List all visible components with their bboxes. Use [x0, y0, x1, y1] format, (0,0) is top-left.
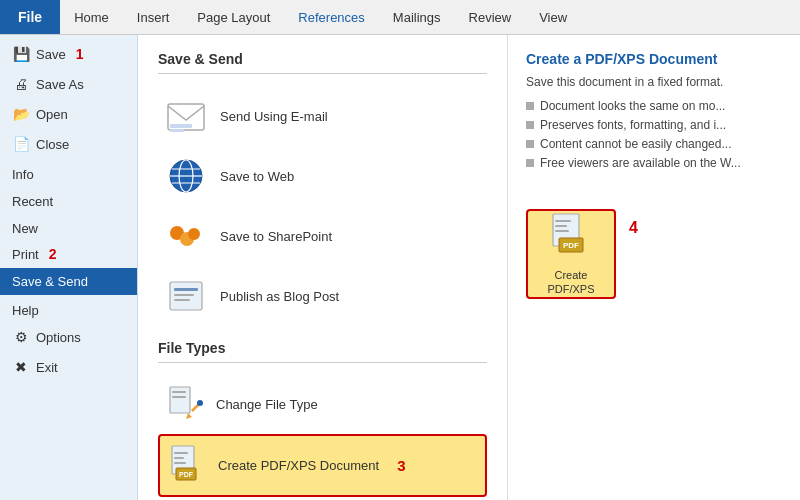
- bullet-sq-2: [526, 121, 534, 129]
- save-sharepoint-option[interactable]: Save to SharePoint: [158, 206, 487, 266]
- svg-marker-19: [186, 413, 192, 419]
- svg-text:PDF: PDF: [179, 471, 194, 478]
- bullet-4: Free viewers are available on the W...: [526, 156, 782, 170]
- create-pdf-label: Create PDF/XPS Document: [218, 458, 379, 473]
- filetypes-title: File Types: [158, 340, 487, 363]
- open-label: Open: [36, 107, 68, 122]
- send-email-label: Send Using E-mail: [220, 109, 328, 124]
- create-pdf-badge: 3: [397, 457, 405, 474]
- pdf-btn-icon: PDF: [549, 212, 593, 264]
- sidebar-item-close[interactable]: 📄 Close: [0, 129, 137, 159]
- exit-label: Exit: [36, 360, 58, 375]
- save-sharepoint-label: Save to SharePoint: [220, 229, 332, 244]
- svg-rect-13: [174, 294, 194, 296]
- svg-rect-2: [170, 129, 184, 132]
- new-section[interactable]: New: [0, 213, 137, 240]
- sidebar-item-options[interactable]: ⚙ Options: [0, 322, 137, 352]
- svg-rect-15: [170, 387, 190, 413]
- svg-point-20: [197, 400, 203, 406]
- svg-text:PDF: PDF: [563, 241, 579, 250]
- right-title: Create a PDF/XPS Document: [526, 51, 782, 67]
- publish-blog-option[interactable]: Publish as Blog Post: [158, 266, 487, 326]
- svg-rect-14: [174, 299, 190, 301]
- bullet-sq-1: [526, 102, 534, 110]
- exit-icon: ✖: [12, 358, 30, 376]
- svg-rect-28: [555, 220, 571, 222]
- menu-pagelayout[interactable]: Page Layout: [183, 0, 284, 34]
- menu-insert[interactable]: Insert: [123, 0, 184, 34]
- blog-icon: [164, 274, 208, 318]
- bullet-sq-4: [526, 159, 534, 167]
- publish-blog-label: Publish as Blog Post: [220, 289, 339, 304]
- help-section[interactable]: Help: [0, 295, 137, 322]
- bullet-sq-3: [526, 140, 534, 148]
- savesend-label: Save & Send: [12, 274, 88, 289]
- sidebar-item-saveas[interactable]: 🖨 Save As: [0, 69, 137, 99]
- bullet-3: Content cannot be easily changed...: [526, 137, 782, 151]
- saveas-label: Save As: [36, 77, 84, 92]
- svg-rect-30: [555, 230, 569, 232]
- email-icon: [164, 94, 208, 138]
- svg-rect-22: [174, 452, 188, 454]
- print-badge: 2: [49, 246, 57, 262]
- menu-mailings[interactable]: Mailings: [379, 0, 455, 34]
- sharepoint-icon: [164, 214, 208, 258]
- menu-bar: File Home Insert Page Layout References …: [0, 0, 800, 35]
- menu-references[interactable]: References: [284, 0, 378, 34]
- open-icon: 📂: [12, 105, 30, 123]
- savesend-title: Save & Send: [158, 51, 487, 74]
- recent-section[interactable]: Recent: [0, 186, 137, 213]
- svg-rect-17: [172, 396, 186, 398]
- close-icon: 📄: [12, 135, 30, 153]
- save-icon: 💾: [12, 45, 30, 63]
- svg-rect-1: [170, 124, 192, 128]
- options-label: Options: [36, 330, 81, 345]
- change-filetype-option[interactable]: Change File Type: [158, 375, 487, 434]
- menu-home[interactable]: Home: [60, 0, 123, 34]
- changefile-icon: [164, 383, 204, 426]
- svg-rect-10: [188, 228, 200, 240]
- pdf-btn-badge: 4: [629, 219, 638, 237]
- pdf-btn-label: Create PDF/XPS: [547, 268, 594, 297]
- bullet-text-3: Content cannot be easily changed...: [540, 137, 731, 151]
- file-tab[interactable]: File: [0, 0, 60, 34]
- menu-view[interactable]: View: [525, 0, 581, 34]
- save-web-label: Save to Web: [220, 169, 294, 184]
- svg-rect-12: [174, 288, 198, 291]
- bullet-text-4: Free viewers are available on the W...: [540, 156, 741, 170]
- saveas-icon: 🖨: [12, 75, 30, 93]
- save-label: Save: [36, 47, 66, 62]
- change-filetype-label: Change File Type: [216, 397, 318, 412]
- middle-panel: Save & Send Send Using E-mail: [138, 35, 508, 500]
- close-label: Close: [36, 137, 69, 152]
- options-icon: ⚙: [12, 328, 30, 346]
- print-label: Print: [12, 247, 39, 262]
- bullet-text-2: Preserves fonts, formatting, and i...: [540, 118, 726, 132]
- main-layout: 💾 Save 1 🖨 Save As 📂 Open 📄 Close Info R…: [0, 35, 800, 500]
- sidebar: 💾 Save 1 🖨 Save As 📂 Open 📄 Close Info R…: [0, 35, 138, 500]
- save-badge: 1: [76, 46, 84, 62]
- svg-rect-29: [555, 225, 567, 227]
- svg-rect-24: [174, 462, 186, 464]
- bullet-2: Preserves fonts, formatting, and i...: [526, 118, 782, 132]
- globe-icon: [164, 154, 208, 198]
- bullet-1: Document looks the same on mo...: [526, 99, 782, 113]
- right-desc: Save this document in a fixed format.: [526, 75, 782, 89]
- sidebar-item-print[interactable]: Print 2: [0, 240, 137, 268]
- save-web-option[interactable]: Save to Web: [158, 146, 487, 206]
- info-section[interactable]: Info: [0, 159, 137, 186]
- sidebar-item-save[interactable]: 💾 Save 1: [0, 39, 137, 69]
- sidebar-item-open[interactable]: 📂 Open: [0, 99, 137, 129]
- create-pdf-button[interactable]: PDF Create PDF/XPS: [526, 209, 616, 299]
- sidebar-item-exit[interactable]: ✖ Exit: [0, 352, 137, 382]
- send-email-option[interactable]: Send Using E-mail: [158, 86, 487, 146]
- create-pdf-option[interactable]: PDF Create PDF/XPS Document 3: [158, 434, 487, 497]
- bullet-text-1: Document looks the same on mo...: [540, 99, 725, 113]
- menu-review[interactable]: Review: [455, 0, 526, 34]
- svg-rect-16: [172, 391, 186, 393]
- svg-rect-23: [174, 457, 184, 459]
- sidebar-item-savesend[interactable]: Save & Send: [0, 268, 137, 295]
- pdf-file-icon: PDF: [166, 444, 206, 487]
- right-panel: Create a PDF/XPS Document Save this docu…: [508, 35, 800, 500]
